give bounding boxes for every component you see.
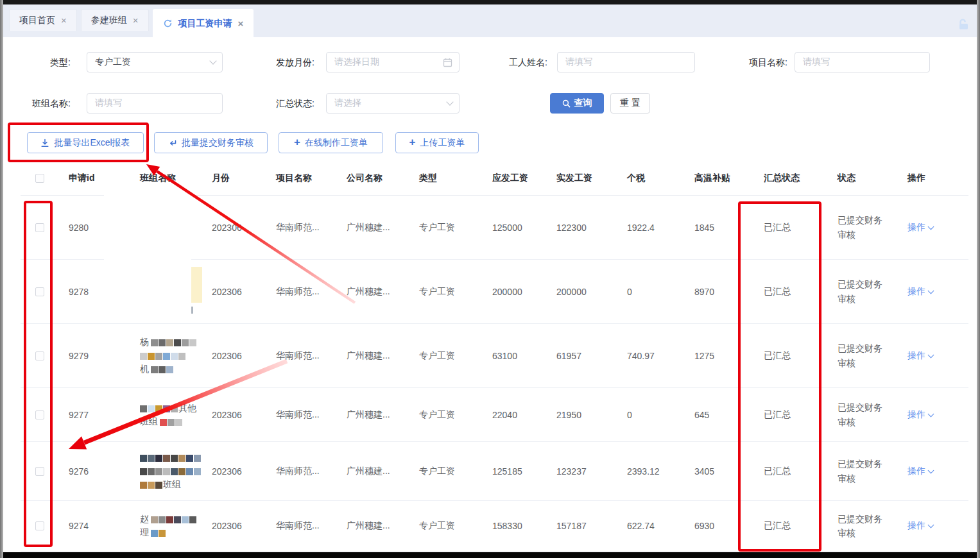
censored-visible-text: 机 [140,362,149,376]
cell-company-name: 广州穗建... [337,466,409,477]
team-name-input[interactable]: 请填写 [87,93,223,114]
operation-link[interactable]: 操作 [907,222,968,233]
batch-submit-finance-review-button[interactable]: 批量提交财务审核 [154,132,268,153]
row-checkbox[interactable] [35,223,44,232]
select-all-checkbox[interactable] [35,174,44,183]
cell-project-name: 华南师范... [266,222,337,233]
reset-button[interactable]: 重 置 [610,93,650,114]
row-checkbox[interactable] [35,521,44,530]
censor-pixel [151,339,158,346]
censor-pixel [140,353,147,360]
chevron-down-icon [928,287,934,294]
table-row: 9274赵理202306华南师范...广州穗建...专户工资1583301571… [21,501,968,552]
censor-pixel [159,339,166,346]
col-income-tax: 个税 [617,173,685,184]
censor-pixel [151,366,158,373]
row-checkbox[interactable] [35,467,44,476]
cell-checkbox [21,351,59,360]
cell-net-pay: 200000 [547,287,617,297]
censor-pixel [178,353,185,360]
project-name-input[interactable]: 请填写 [795,52,930,72]
censor-pixel [140,482,147,489]
cell-checkbox [21,467,59,476]
cell-month: 202306 [202,410,266,420]
censor-pixel [168,419,175,426]
censor-pixel [163,468,170,475]
censored-visible-text: 班组 [140,415,158,428]
censor-pixel [171,353,178,360]
cell-summary-status: 已汇总 [754,520,828,532]
operation-link[interactable]: 操作 [907,466,968,477]
censored-visible-text: 理 [140,526,149,539]
cell-team-name: 赵理 [130,512,202,539]
censored-line: 杨 [140,335,202,349]
censor-pixel [155,455,162,462]
cell-status: 已提交财务审核 [828,341,898,370]
cell-type: 专户工资 [409,350,483,362]
operation-link[interactable]: 操作 [907,520,968,532]
cell-income-tax: 740.97 [617,351,685,361]
close-icon[interactable]: × [133,15,139,25]
table-row: 9279杨机202306华南师范...广州穗建...专户工资6310061957… [21,324,968,388]
month-date-input[interactable]: 请选择日期 [326,52,460,72]
create-payslip-online-button[interactable]: + 在线制作工资单 [279,132,383,153]
censored-line: 理 [140,526,202,539]
cell-income-tax: 2393.12 [617,466,685,477]
tab-project-home[interactable]: 项目首页 × [9,9,77,31]
cell-operation: 操作 [898,409,968,421]
cell-income-tax: 1922.4 [617,223,685,233]
search-icon [562,99,571,108]
operation-label: 操作 [907,350,925,362]
censored-visible-text: 班组 [163,478,181,491]
cell-status: 已提交财务审核 [828,213,898,242]
cell-net-pay: 122300 [547,223,617,233]
cell-type: 专户工资 [409,466,483,477]
tab-label: 项目首页 [19,15,55,26]
col-application-id: 申请id [59,173,130,184]
censor-pixel [171,405,178,412]
window-left-border [0,0,3,558]
close-icon[interactable]: × [238,19,244,28]
censor-pixel [148,353,155,360]
worker-name-label: 工人姓名: [490,52,547,72]
cell-month: 202306 [202,223,266,233]
operation-link[interactable]: 操作 [907,286,968,298]
censor-pixel [182,516,189,523]
worker-name-input[interactable]: 请填写 [557,52,695,72]
calendar-icon [443,58,452,67]
status-text: 已提交财务审核 [838,213,889,242]
window-right-border [977,0,980,558]
row-checkbox[interactable] [35,410,44,419]
col-team-name: 班组名称 [130,173,202,184]
status-text: 已提交财务审核 [838,457,889,486]
operation-link[interactable]: 操作 [907,350,968,362]
cell-net-pay: 21950 [547,410,617,420]
batch-export-excel-button[interactable]: 批量导出Excel报表 [27,132,144,153]
upload-payslip-button[interactable]: + 上传工资单 [395,132,479,153]
cell-net-pay: 123237 [547,466,617,477]
summary-status-select[interactable]: 请选择 [326,93,460,114]
type-select[interactable]: 专户工资 [87,52,223,72]
row-checkbox[interactable] [35,287,44,296]
cell-net-pay: 61957 [547,351,617,361]
cell-operation: 操作 [898,520,968,532]
cell-team-name: 杨机 [130,335,202,376]
operation-label: 操作 [907,466,925,477]
sync-icon [163,19,173,28]
close-icon[interactable]: × [61,15,67,25]
tab-project-wage-application[interactable]: 项目工资申请 × [153,9,254,37]
chevron-down-icon [446,98,453,105]
censor-pixel [160,419,167,426]
cell-gross-pay: 200000 [483,287,547,297]
col-type: 类型 [409,173,483,184]
operation-link[interactable]: 操作 [907,409,968,421]
cell-operation: 操作 [898,350,968,362]
operation-label: 操作 [907,222,925,233]
censor-pixel [174,339,181,346]
cell-company-name: 广州穗建... [337,350,409,362]
cell-summary-status: 已汇总 [754,409,828,421]
search-button[interactable]: 查询 [550,93,604,114]
censored-visible-text: 赵 [140,512,149,526]
row-checkbox[interactable] [35,351,44,360]
tab-construction-teams[interactable]: 参建班组 × [81,9,149,31]
